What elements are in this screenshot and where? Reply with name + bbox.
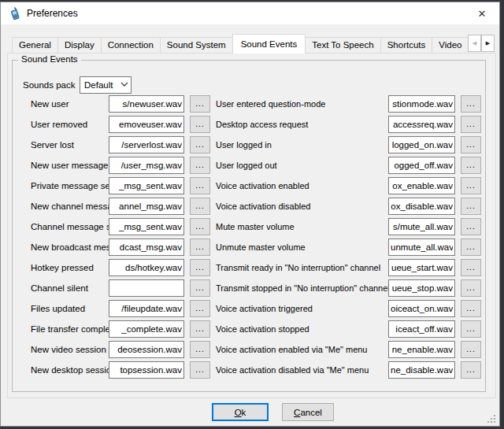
sounds-pack-label: Sounds pack	[23, 76, 76, 94]
sound-file-input[interactable]	[109, 218, 184, 235]
browse-button[interactable]: ...	[190, 218, 210, 235]
sound-event-row: New video session...	[31, 341, 212, 358]
sound-event-row: Voice activation enabled via "Me" menu..…	[216, 341, 484, 358]
sound-file-input[interactable]	[388, 177, 455, 194]
sound-file-input[interactable]	[109, 300, 184, 317]
sound-file-input[interactable]	[388, 95, 455, 113]
sound-file-input[interactable]	[109, 116, 184, 133]
browse-button[interactable]: ...	[461, 341, 481, 358]
browse-button[interactable]: ...	[461, 300, 481, 317]
sound-file-input[interactable]	[388, 341, 455, 358]
tab-shortcuts[interactable]: Shortcuts	[380, 37, 433, 54]
sound-file-input[interactable]	[109, 136, 184, 153]
title-bar[interactable]: Preferences ✕	[1, 2, 499, 24]
sound-file-input[interactable]	[388, 218, 455, 235]
browse-button[interactable]: ...	[190, 320, 210, 338]
sound-event-label: New user message	[31, 157, 108, 174]
sounds-pack-select[interactable]: Default	[80, 76, 132, 94]
tab-bar: GeneralDisplayConnectionSound SystemSoun…	[12, 33, 495, 54]
sound-event-label: Voice activation stopped	[216, 320, 309, 338]
sound-event-row: New user message...	[31, 157, 212, 174]
browse-button[interactable]: ...	[190, 95, 210, 113]
sound-file-input[interactable]	[388, 136, 455, 153]
sound-event-label: Transmit stopped in "No interruption" ch…	[216, 279, 390, 297]
sound-file-input[interactable]	[388, 116, 455, 133]
tab-video[interactable]: Video	[432, 37, 469, 54]
sound-event-label: Server lost	[31, 136, 74, 153]
sound-file-input[interactable]	[109, 361, 184, 379]
browse-button[interactable]: ...	[461, 157, 481, 174]
sound-event-row: File transfer complete...	[31, 320, 212, 338]
browse-button[interactable]: ...	[461, 198, 481, 215]
ok-button[interactable]: Ok	[212, 403, 269, 421]
tab-text-to-speech[interactable]: Text To Speech	[305, 37, 380, 54]
sound-event-label: User logged out	[216, 157, 277, 174]
sound-file-input[interactable]	[109, 279, 184, 297]
sound-event-row: Private message sent...	[31, 177, 212, 194]
sound-event-label: Hotkey pressed	[31, 259, 94, 276]
close-button[interactable]: ✕	[466, 2, 498, 24]
sound-file-input[interactable]	[388, 198, 455, 215]
browse-button[interactable]: ...	[190, 259, 210, 276]
sound-event-label: Unmute master volume	[216, 239, 306, 256]
browse-button[interactable]: ...	[190, 239, 210, 256]
resize-grip[interactable]	[487, 414, 496, 423]
sound-event-label: Mute master volume	[216, 218, 295, 235]
browse-button[interactable]: ...	[461, 218, 481, 235]
sound-file-input[interactable]	[388, 300, 455, 317]
browse-button[interactable]: ...	[461, 279, 481, 297]
sound-event-label: Voice activation enabled via "Me" menu	[216, 341, 367, 358]
sound-event-row: Unmute master volume...	[216, 239, 484, 256]
sound-file-input[interactable]	[388, 279, 455, 297]
tab-general[interactable]: General	[12, 37, 58, 54]
sound-event-row: User entered question-mode...	[216, 95, 484, 113]
sound-event-label: Transmit ready in "No interruption" chan…	[216, 259, 380, 276]
browse-button[interactable]: ...	[190, 136, 210, 153]
browse-button[interactable]: ...	[190, 198, 210, 215]
cancel-button[interactable]: Cancel	[282, 403, 334, 421]
browse-button[interactable]: ...	[461, 116, 481, 133]
tab-scroll-right-button[interactable]: ▶	[481, 35, 495, 52]
sound-file-input[interactable]	[109, 157, 184, 174]
tab-sound-events[interactable]: Sound Events	[232, 34, 306, 54]
browse-button[interactable]: ...	[461, 239, 481, 256]
browse-button[interactable]: ...	[190, 157, 210, 174]
sound-events-column-left: New user...User removed...Server lost...…	[31, 95, 212, 382]
tab-connection[interactable]: Connection	[101, 37, 161, 54]
sound-file-input[interactable]	[109, 259, 184, 276]
browse-button[interactable]: ...	[461, 177, 481, 194]
browse-button[interactable]: ...	[461, 259, 481, 276]
sound-file-input[interactable]	[109, 341, 184, 358]
sound-file-input[interactable]	[388, 361, 455, 379]
sound-event-row: New user...	[31, 95, 212, 113]
browse-button[interactable]: ...	[461, 320, 481, 338]
sound-event-row: New desktop session...	[31, 361, 212, 379]
sound-event-row: User logged in...	[216, 136, 484, 153]
sound-file-input[interactable]	[109, 177, 184, 194]
sound-file-input[interactable]	[388, 239, 455, 256]
browse-button[interactable]: ...	[190, 341, 210, 358]
preferences-dialog: Preferences ✕ GeneralDisplayConnectionSo…	[0, 2, 500, 427]
tab-sound-system[interactable]: Sound System	[160, 37, 233, 54]
browse-button[interactable]: ...	[461, 361, 481, 379]
browse-button[interactable]: ...	[190, 177, 210, 194]
browse-button[interactable]: ...	[190, 116, 210, 133]
window-title: Preferences	[27, 2, 78, 24]
sound-file-input[interactable]	[388, 320, 455, 338]
browse-button[interactable]: ...	[190, 300, 210, 317]
sound-event-label: Voice activation enabled	[216, 177, 309, 194]
browse-button[interactable]: ...	[190, 361, 210, 379]
sound-event-label: Private message sent	[31, 177, 118, 194]
browse-button[interactable]: ...	[190, 279, 210, 297]
tab-display[interactable]: Display	[57, 37, 102, 54]
sound-file-input[interactable]	[388, 259, 455, 276]
sound-event-row: User removed...	[31, 116, 212, 133]
sound-file-input[interactable]	[109, 320, 184, 338]
sound-file-input[interactable]	[388, 157, 455, 174]
browse-button[interactable]: ...	[461, 136, 481, 153]
sound-file-input[interactable]	[109, 198, 184, 215]
browse-button[interactable]: ...	[461, 95, 481, 113]
sound-file-input[interactable]	[109, 95, 184, 113]
tab-scroll-left-button[interactable]: ◀	[468, 35, 481, 52]
sound-file-input[interactable]	[109, 239, 184, 256]
